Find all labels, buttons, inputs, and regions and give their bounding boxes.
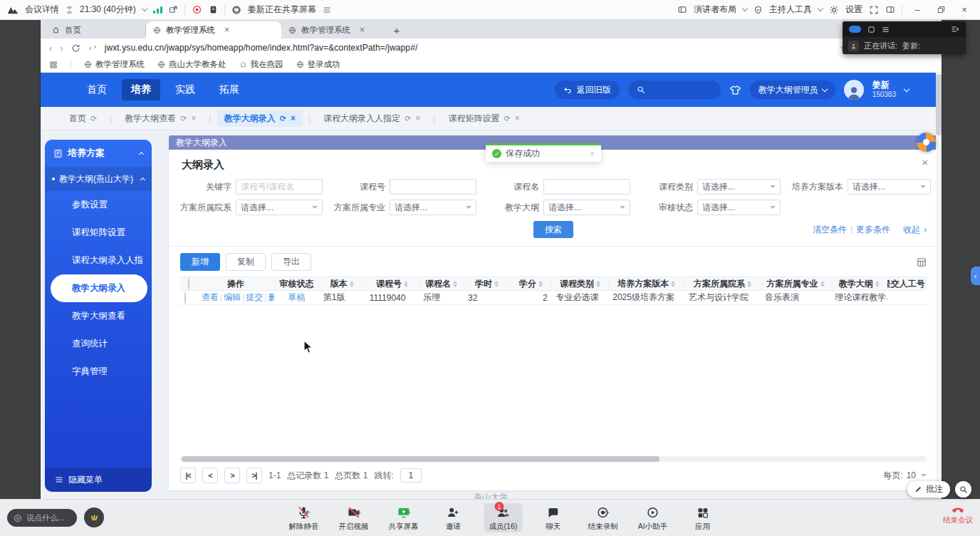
bookmark-login-ok[interactable]: 登录成功 (296, 59, 340, 70)
user-menu-chevron-icon[interactable] (904, 86, 909, 91)
export-button[interactable]: 导出 (271, 253, 311, 271)
edit-link[interactable]: 编辑 (224, 292, 241, 302)
bookmark-jwgl[interactable]: 教学管理系统 (84, 59, 145, 70)
theme-shirt-icon[interactable] (729, 85, 741, 96)
panel-close-icon[interactable]: × (922, 157, 928, 168)
layout-menu[interactable]: 演讲者布局 (694, 4, 736, 16)
sidebar-item-lururen-zhiding[interactable]: 课程大纲录入人指定 (45, 247, 152, 274)
col-plan-version[interactable]: 培养方案版本 (617, 278, 669, 290)
refresh-icon[interactable]: ⟳ (504, 114, 510, 123)
col-credits[interactable]: 学分 (519, 278, 536, 290)
minimize-button[interactable]: – (909, 3, 926, 17)
next-page-button[interactable]: > (224, 468, 240, 483)
refresh-icon[interactable]: ⟳ (405, 114, 411, 123)
refresh-icon[interactable]: ⟳ (90, 114, 97, 123)
tab-close-icon[interactable]: × (224, 25, 229, 35)
col-major[interactable]: 方案所属专业 (767, 278, 818, 290)
workspace-tab-home[interactable]: 首页⟳ (62, 110, 104, 127)
share-screen-button[interactable]: 共享屏幕 (384, 503, 422, 532)
bookmark-yanyuan[interactable]: 我在燕园 (239, 59, 283, 70)
reload-icon[interactable] (71, 43, 80, 53)
settings-menu[interactable]: 设置 (845, 4, 862, 16)
course-no-input[interactable] (390, 179, 476, 195)
host-tools-menu[interactable]: 主持人工具 (769, 4, 812, 16)
first-page-button[interactable]: |< (180, 468, 196, 483)
sort-icon[interactable] (671, 279, 675, 289)
sidebar-item-canshushezhi[interactable]: 参数设置 (45, 191, 152, 219)
column-settings-icon[interactable] (917, 257, 927, 267)
tab-close-icon[interactable]: × (515, 113, 520, 123)
apps-grid-icon[interactable] (49, 61, 58, 69)
list-view-icon[interactable] (882, 26, 890, 33)
url-text[interactable]: jwxt.ysu.edu.cn/jwapp/sys/homeapp/home/i… (105, 43, 418, 53)
meeting-timer[interactable]: 21:30 (40分钟) (80, 4, 136, 16)
add-button[interactable]: 新增 (180, 253, 220, 271)
clap-reaction-button[interactable] (84, 507, 104, 527)
window-mode-icon[interactable] (867, 26, 875, 34)
dept-select[interactable]: 请选择... (236, 200, 323, 215)
close-window-button[interactable]: × (956, 3, 973, 17)
start-video-button[interactable]: 开启视频 (334, 503, 372, 532)
panel-collapse-handle[interactable]: ‹ (971, 267, 980, 285)
sort-icon[interactable] (875, 279, 880, 289)
plan-version-select[interactable]: 请选择... (848, 179, 931, 195)
sidebar-subgroup-jxdg[interactable]: 教学大纲(燕山大学) (45, 167, 152, 191)
status-badge[interactable]: 草稿 (288, 292, 305, 302)
tab-close-icon[interactable]: × (291, 113, 296, 123)
annotate-button[interactable]: 批注 (907, 481, 950, 498)
restore-button[interactable] (932, 3, 949, 17)
side-panel-icon[interactable] (885, 5, 895, 14)
chevron-down-icon[interactable] (921, 474, 927, 480)
sidebar-item-zidian-guanli[interactable]: 字典管理 (45, 358, 152, 386)
end-meeting-button[interactable]: 结束会议 (943, 505, 973, 525)
horizontal-scrollbar[interactable] (180, 456, 927, 462)
back-icon[interactable]: ‹ (49, 43, 52, 53)
per-page-value[interactable]: 10 (907, 470, 916, 480)
timer-chevron-icon[interactable] (141, 6, 147, 11)
members-button[interactable]: 1 成员(16) (484, 503, 522, 532)
site-info-icon[interactable] (88, 43, 97, 52)
page-scrollbar[interactable] (936, 73, 942, 499)
sort-icon[interactable] (494, 279, 499, 289)
fullscreen-icon[interactable] (869, 5, 879, 15)
collapse-filters-link[interactable]: 收起 (903, 224, 920, 236)
nav-item-tuozhan[interactable]: 拓展 (210, 79, 249, 100)
forward-icon[interactable]: › (60, 43, 63, 53)
submit-link[interactable]: 提交 (246, 292, 263, 302)
sort-icon[interactable] (820, 279, 825, 289)
select-all-checkbox[interactable] (188, 278, 189, 289)
stop-recording-button[interactable]: 结束录制 (583, 503, 622, 532)
record-indicator-icon[interactable] (192, 4, 202, 15)
sort-icon[interactable] (596, 279, 600, 289)
nav-item-peiyang[interactable]: 培养 (122, 79, 160, 100)
magnifier-button[interactable] (955, 481, 971, 498)
copy-button[interactable]: 复制 (226, 253, 266, 271)
global-search-input[interactable] (628, 81, 721, 99)
share-menu-icon[interactable] (323, 6, 331, 14)
user-avatar[interactable] (844, 80, 864, 100)
more-filters-link[interactable]: 更多条件 (856, 224, 890, 236)
sort-icon[interactable] (538, 279, 543, 289)
toast-close-icon[interactable]: × (590, 149, 595, 159)
sidebar-group-peiyangfangan[interactable]: 培养方案 (45, 140, 152, 167)
quick-chat-input[interactable]: 说点什么... (7, 509, 77, 527)
sidebar-item-chaxun-tongji[interactable]: 查询统计 (45, 330, 152, 358)
col-hours[interactable]: 学时 (475, 278, 492, 290)
view-link[interactable]: 查看 (202, 292, 219, 302)
search-button[interactable]: 搜索 (533, 221, 573, 238)
course-name-input[interactable] (543, 179, 630, 195)
role-selector[interactable]: 教学大纲管理员 (750, 81, 835, 99)
tab-close-icon[interactable]: × (192, 113, 197, 123)
browser-tab-home[interactable]: 首页 (45, 21, 146, 38)
apps-button[interactable]: 应用 (683, 503, 721, 532)
col-course-type[interactable]: 课程类别 (560, 278, 594, 290)
hide-menu-button[interactable]: 隐藏菜单 (45, 468, 152, 492)
course-type-select[interactable]: 请选择... (697, 179, 781, 195)
sidebar-item-dagang-luru[interactable]: 教学大纲录入 (51, 274, 147, 302)
workspace-tab-view[interactable]: 教学大纲查看⟳× (118, 110, 203, 127)
sidebar-item-dagang-chakan[interactable]: 教学大纲查看 (45, 302, 152, 330)
chat-button[interactable]: 聊天 (533, 503, 572, 532)
col-version[interactable]: 版本 (330, 278, 348, 290)
row-checkbox[interactable] (184, 292, 186, 304)
clear-filters-link[interactable]: 清空条件 (813, 224, 847, 236)
